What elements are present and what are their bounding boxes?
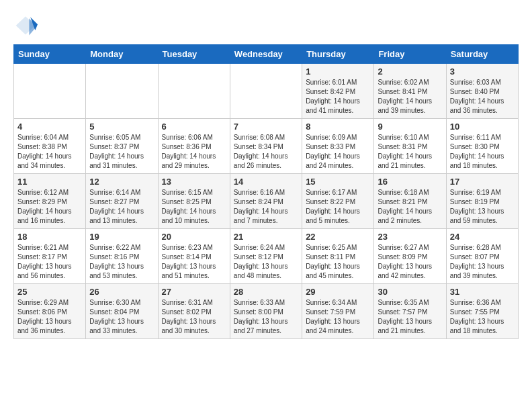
- day-number: 24: [450, 232, 515, 242]
- day-number: 29: [306, 287, 370, 297]
- day-info: Sunrise: 6:05 AM Sunset: 8:37 PM Dayligh…: [89, 133, 154, 171]
- calendar-cell: 14Sunrise: 6:16 AM Sunset: 8:24 PM Dayli…: [230, 174, 302, 229]
- day-info: Sunrise: 6:04 AM Sunset: 8:38 PM Dayligh…: [17, 133, 82, 171]
- calendar-cell: [230, 64, 302, 119]
- calendar-cell: 12Sunrise: 6:14 AM Sunset: 8:27 PM Dayli…: [86, 174, 158, 229]
- day-info: Sunrise: 6:18 AM Sunset: 8:21 PM Dayligh…: [378, 188, 442, 226]
- day-info: Sunrise: 6:29 AM Sunset: 8:06 PM Dayligh…: [17, 298, 82, 336]
- calendar-cell: 13Sunrise: 6:15 AM Sunset: 8:25 PM Dayli…: [158, 174, 230, 229]
- day-info: Sunrise: 6:16 AM Sunset: 8:24 PM Dayligh…: [234, 188, 298, 226]
- day-info: Sunrise: 6:10 AM Sunset: 8:31 PM Dayligh…: [378, 133, 442, 171]
- day-number: 19: [89, 232, 154, 242]
- weekday-friday: Friday: [374, 45, 446, 64]
- day-info: Sunrise: 6:35 AM Sunset: 7:57 PM Dayligh…: [378, 298, 442, 336]
- weekday-tuesday: Tuesday: [158, 45, 230, 64]
- calendar-cell: 21Sunrise: 6:24 AM Sunset: 8:12 PM Dayli…: [230, 229, 302, 284]
- day-number: 16: [378, 177, 442, 187]
- calendar-cell: 29Sunrise: 6:34 AM Sunset: 7:59 PM Dayli…: [302, 284, 374, 339]
- calendar-cell: 9Sunrise: 6:10 AM Sunset: 8:31 PM Daylig…: [374, 119, 446, 174]
- calendar-cell: 24Sunrise: 6:28 AM Sunset: 8:07 PM Dayli…: [446, 229, 518, 284]
- calendar-cell: 20Sunrise: 6:23 AM Sunset: 8:14 PM Dayli…: [158, 229, 230, 284]
- day-number: 21: [234, 232, 298, 242]
- calendar-cell: 4Sunrise: 6:04 AM Sunset: 8:38 PM Daylig…: [14, 119, 86, 174]
- calendar-cell: 30Sunrise: 6:35 AM Sunset: 7:57 PM Dayli…: [374, 284, 446, 339]
- day-info: Sunrise: 6:01 AM Sunset: 8:42 PM Dayligh…: [306, 78, 370, 116]
- calendar-cell: 11Sunrise: 6:12 AM Sunset: 8:29 PM Dayli…: [14, 174, 86, 229]
- day-number: 11: [17, 177, 82, 187]
- calendar-cell: 18Sunrise: 6:21 AM Sunset: 8:17 PM Dayli…: [14, 229, 86, 284]
- day-number: 26: [89, 287, 154, 297]
- day-info: Sunrise: 6:33 AM Sunset: 8:00 PM Dayligh…: [234, 298, 298, 336]
- calendar-cell: 5Sunrise: 6:05 AM Sunset: 8:37 PM Daylig…: [86, 119, 158, 174]
- day-number: 14: [234, 177, 298, 187]
- day-info: Sunrise: 6:27 AM Sunset: 8:09 PM Dayligh…: [378, 243, 442, 281]
- day-number: 17: [450, 177, 515, 187]
- calendar-cell: 25Sunrise: 6:29 AM Sunset: 8:06 PM Dayli…: [14, 284, 86, 339]
- calendar-cell: 7Sunrise: 6:08 AM Sunset: 8:34 PM Daylig…: [230, 119, 302, 174]
- day-info: Sunrise: 6:06 AM Sunset: 8:36 PM Dayligh…: [162, 133, 226, 171]
- day-number: 23: [378, 232, 442, 242]
- day-number: 30: [378, 287, 442, 297]
- day-number: 28: [234, 287, 298, 297]
- page: SundayMondayTuesdayWednesdayThursdayFrid…: [0, 0, 532, 346]
- weekday-sunday: Sunday: [14, 45, 86, 64]
- week-row-3: 11Sunrise: 6:12 AM Sunset: 8:29 PM Dayli…: [14, 174, 519, 229]
- calendar-cell: [158, 64, 230, 119]
- day-info: Sunrise: 6:25 AM Sunset: 8:11 PM Dayligh…: [306, 243, 370, 281]
- day-number: 13: [162, 177, 226, 187]
- calendar-cell: 27Sunrise: 6:31 AM Sunset: 8:02 PM Dayli…: [158, 284, 230, 339]
- day-number: 27: [162, 287, 226, 297]
- day-number: 12: [89, 177, 154, 187]
- day-number: 25: [17, 287, 82, 297]
- week-row-2: 4Sunrise: 6:04 AM Sunset: 8:38 PM Daylig…: [14, 119, 519, 174]
- day-info: Sunrise: 6:11 AM Sunset: 8:30 PM Dayligh…: [450, 133, 515, 171]
- day-number: 10: [450, 122, 515, 132]
- day-number: 18: [17, 232, 82, 242]
- calendar-cell: 23Sunrise: 6:27 AM Sunset: 8:09 PM Dayli…: [374, 229, 446, 284]
- week-row-5: 25Sunrise: 6:29 AM Sunset: 8:06 PM Dayli…: [14, 284, 519, 339]
- day-number: 2: [378, 66, 442, 77]
- week-row-4: 18Sunrise: 6:21 AM Sunset: 8:17 PM Dayli…: [14, 229, 519, 284]
- day-info: Sunrise: 6:24 AM Sunset: 8:12 PM Dayligh…: [234, 243, 298, 281]
- day-number: 20: [162, 232, 226, 242]
- day-number: 22: [306, 232, 370, 242]
- day-number: 7: [234, 122, 298, 132]
- day-info: Sunrise: 6:03 AM Sunset: 8:40 PM Dayligh…: [450, 78, 515, 116]
- calendar-cell: [14, 64, 86, 119]
- calendar-cell: 15Sunrise: 6:17 AM Sunset: 8:22 PM Dayli…: [302, 174, 374, 229]
- day-number: 6: [162, 122, 226, 132]
- calendar-cell: 8Sunrise: 6:09 AM Sunset: 8:33 PM Daylig…: [302, 119, 374, 174]
- day-number: 1: [306, 66, 370, 77]
- day-number: 3: [450, 66, 515, 77]
- day-info: Sunrise: 6:28 AM Sunset: 8:07 PM Dayligh…: [450, 243, 515, 281]
- calendar-cell: [86, 64, 158, 119]
- day-info: Sunrise: 6:15 AM Sunset: 8:25 PM Dayligh…: [162, 188, 226, 226]
- header: [13, 13, 519, 38]
- day-number: 4: [17, 122, 82, 132]
- weekday-wednesday: Wednesday: [230, 45, 302, 64]
- calendar-cell: 19Sunrise: 6:22 AM Sunset: 8:16 PM Dayli…: [86, 229, 158, 284]
- day-info: Sunrise: 6:21 AM Sunset: 8:17 PM Dayligh…: [17, 243, 82, 281]
- day-info: Sunrise: 6:02 AM Sunset: 8:41 PM Dayligh…: [378, 78, 442, 116]
- day-number: 15: [306, 177, 370, 187]
- calendar-cell: 10Sunrise: 6:11 AM Sunset: 8:30 PM Dayli…: [446, 119, 518, 174]
- calendar-cell: 16Sunrise: 6:18 AM Sunset: 8:21 PM Dayli…: [374, 174, 446, 229]
- day-info: Sunrise: 6:30 AM Sunset: 8:04 PM Dayligh…: [89, 298, 154, 336]
- day-info: Sunrise: 6:34 AM Sunset: 7:59 PM Dayligh…: [306, 298, 370, 336]
- weekday-thursday: Thursday: [302, 45, 374, 64]
- day-info: Sunrise: 6:12 AM Sunset: 8:29 PM Dayligh…: [17, 188, 82, 226]
- day-info: Sunrise: 6:14 AM Sunset: 8:27 PM Dayligh…: [89, 188, 154, 226]
- day-info: Sunrise: 6:36 AM Sunset: 7:55 PM Dayligh…: [450, 298, 515, 336]
- day-info: Sunrise: 6:17 AM Sunset: 8:22 PM Dayligh…: [306, 188, 370, 226]
- day-number: 5: [89, 122, 154, 132]
- calendar-cell: 28Sunrise: 6:33 AM Sunset: 8:00 PM Dayli…: [230, 284, 302, 339]
- day-info: Sunrise: 6:31 AM Sunset: 8:02 PM Dayligh…: [162, 298, 226, 336]
- calendar: SundayMondayTuesdayWednesdayThursdayFrid…: [13, 44, 519, 339]
- calendar-cell: 1Sunrise: 6:01 AM Sunset: 8:42 PM Daylig…: [302, 64, 374, 119]
- calendar-cell: 17Sunrise: 6:19 AM Sunset: 8:19 PM Dayli…: [446, 174, 518, 229]
- calendar-cell: 2Sunrise: 6:02 AM Sunset: 8:41 PM Daylig…: [374, 64, 446, 119]
- day-number: 31: [450, 287, 515, 297]
- day-number: 9: [378, 122, 442, 132]
- calendar-cell: 3Sunrise: 6:03 AM Sunset: 8:40 PM Daylig…: [446, 64, 518, 119]
- calendar-cell: 31Sunrise: 6:36 AM Sunset: 7:55 PM Dayli…: [446, 284, 518, 339]
